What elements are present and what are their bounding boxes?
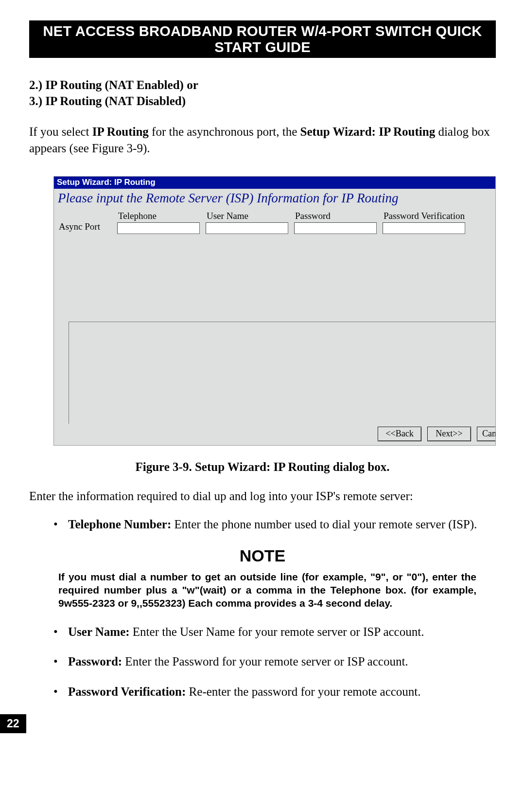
bullet-password-label: Password: — [68, 655, 122, 668]
col-head-password-verify: Password Verification — [383, 211, 495, 221]
document-header: NET ACCESS BROADBAND ROUTER W/4-PORT SWI… — [29, 20, 496, 58]
bullet-telephone-text: Enter the phone number used to dial your… — [171, 518, 477, 531]
section-heading-line-2: 3.) IP Routing (NAT Disabled) — [29, 93, 496, 109]
dialog-window: Setup Wizard: IP Routing Please input th… — [53, 176, 496, 446]
bullet-password-text: Enter the Password for your remote serve… — [122, 655, 408, 668]
intro-paragraph: If you select IP Routing for the asynchr… — [29, 124, 496, 157]
intro-text-mid: for the asynchronous port, the — [149, 125, 300, 138]
intro-text-prefix: If you select — [29, 125, 92, 138]
dialog-titlebar: Setup Wizard: IP Routing — [54, 177, 495, 189]
dialog-spacer — [54, 234, 495, 322]
figure-caption: Figure 3-9. Setup Wizard: IP Routing dia… — [29, 460, 496, 474]
bullet-password-verify-label: Password Verification: — [68, 685, 186, 698]
dialog-heading: Please input the Remote Server (ISP) Inf… — [54, 189, 495, 211]
bullet-telephone-label: Telephone Number: — [68, 518, 171, 531]
dialog-form-row: Async Port Telephone User Name Password … — [54, 211, 495, 234]
dialog-inner-frame — [69, 322, 495, 424]
col-head-password: Password — [294, 211, 377, 221]
col-password-verify: Password Verification — [383, 211, 495, 234]
telephone-input[interactable] — [117, 222, 200, 234]
row-label-async-port: Async Port — [54, 221, 117, 234]
note-body: If you must dial a number to get an outs… — [29, 570, 496, 610]
instruction-paragraph: Enter the information required to dial u… — [29, 488, 496, 505]
col-password: Password — [294, 211, 377, 234]
bullet-telephone: Telephone Number: Enter the phone number… — [53, 516, 496, 533]
col-user-name: User Name — [206, 211, 288, 234]
intro-bold-1: IP Routing — [92, 125, 149, 138]
intro-bold-2: Setup Wizard: IP Routing — [300, 125, 436, 138]
figure-dialog: Setup Wizard: IP Routing Please input th… — [53, 176, 496, 446]
bullet-password: Password: Enter the Password for your re… — [53, 653, 496, 670]
back-button[interactable]: <<Back — [378, 427, 421, 441]
page-number: 22 — [0, 714, 26, 733]
password-verify-input[interactable] — [383, 222, 465, 234]
bullet-user-name-text: Enter the User Name for your remote serv… — [130, 625, 424, 638]
bullet-password-verify-text: Re-enter the password for your remote ac… — [186, 685, 420, 698]
bullet-user-name: User Name: Enter the User Name for your … — [53, 624, 496, 640]
col-head-telephone: Telephone — [117, 211, 200, 221]
dialog-button-row: <<Back Next>> Can — [54, 424, 495, 445]
bullet-password-verify: Password Verification: Re-enter the pass… — [53, 684, 496, 700]
cancel-button[interactable]: Can — [477, 427, 495, 441]
bullet-user-name-label: User Name: — [68, 625, 130, 638]
col-telephone: Telephone — [117, 211, 200, 234]
section-heading-line-1: 2.) IP Routing (NAT Enabled) or — [29, 77, 496, 93]
next-button[interactable]: Next>> — [427, 427, 471, 441]
note-heading: NOTE — [29, 546, 496, 565]
password-input[interactable] — [294, 222, 377, 234]
col-head-user-name: User Name — [206, 211, 288, 221]
user-name-input[interactable] — [206, 222, 288, 234]
